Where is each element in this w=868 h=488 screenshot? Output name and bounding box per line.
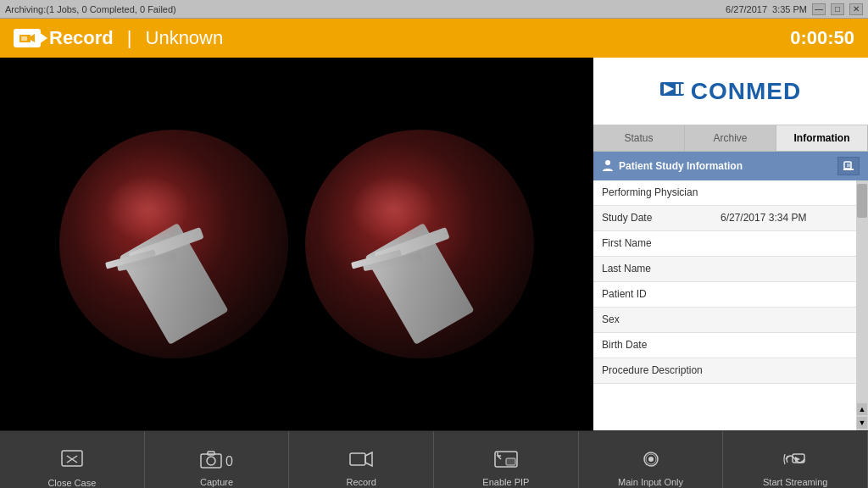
time-display: 3:35 PM <box>772 4 807 14</box>
archive-status: Archiving:(1 Jobs, 0 Completed, 0 Failed… <box>5 4 176 14</box>
streaming-icon <box>783 450 807 474</box>
svg-point-7 <box>605 160 610 165</box>
field-study-date: Study Date 6/27/2017 3:34 PM <box>593 206 856 231</box>
close-case-icon <box>60 449 84 474</box>
date-display: 6/27/2017 <box>726 4 767 14</box>
bottom-section: Close Case 0 Capture <box>0 430 868 488</box>
svg-rect-21 <box>506 458 515 465</box>
field-birth-date: Birth Date <box>593 333 856 358</box>
patient-study-header-left: Patient Study Information <box>602 159 743 173</box>
conmed-logo: CONMED <box>593 58 868 125</box>
case-name: Unknown <box>146 27 224 49</box>
tab-archive[interactable]: Archive <box>685 125 776 151</box>
conmed-logo-text: CONMED <box>691 78 801 105</box>
edit-icon <box>843 160 854 172</box>
field-sex: Sex <box>593 308 856 333</box>
main-input-icon <box>639 450 663 474</box>
tab-status[interactable]: Status <box>593 125 685 151</box>
tab-information[interactable]: Information <box>776 125 868 151</box>
record-btn-label: Record <box>346 477 376 487</box>
svg-marker-19 <box>365 452 372 466</box>
title-bar: Archiving:(1 Jobs, 0 Completed, 0 Failed… <box>0 0 868 19</box>
streaming-label: Start Streaming <box>763 477 827 487</box>
header-separator: | <box>127 27 132 49</box>
patient-study-header: Patient Study Information <box>593 152 868 180</box>
capture-button[interactable]: 0 Capture <box>145 431 290 488</box>
capture-count: 0 <box>225 454 233 469</box>
surgical-image-right <box>305 130 534 358</box>
title-bar-right: 6/27/2017 3:35 PM — □ ✕ <box>726 3 863 15</box>
svg-point-23 <box>648 457 654 462</box>
field-last-name: Last Name <box>593 257 856 282</box>
svg-rect-17 <box>208 452 214 455</box>
instrument-right-2 <box>362 252 422 271</box>
svg-rect-9 <box>844 162 851 169</box>
main-content: CONMED Status Archive Information Patien… <box>0 58 868 430</box>
camera-svg <box>19 33 35 43</box>
record-button[interactable]: Record <box>289 431 434 488</box>
timer-display: 0:00:50 <box>790 27 854 49</box>
svg-rect-6 <box>681 84 684 94</box>
video-left <box>59 130 288 358</box>
field-first-name: First Name <box>593 231 856 257</box>
field-performing-physician: Performing Physician <box>593 180 856 206</box>
main-input-button[interactable]: Main Input Only <box>579 431 724 488</box>
record-header: Record | Unknown 0:00:50 <box>0 19 868 58</box>
capture-label: Capture <box>200 477 233 487</box>
right-panel: CONMED Status Archive Information Patien… <box>593 58 868 430</box>
svg-rect-5 <box>676 84 679 94</box>
maximize-button[interactable]: □ <box>831 3 844 15</box>
field-patient-id: Patient ID <box>593 282 856 308</box>
info-scrollbar[interactable]: ▲ ▼ <box>856 180 868 430</box>
scroll-down-btn[interactable]: ▼ <box>857 417 867 429</box>
scrollbar-thumb <box>857 184 867 218</box>
svg-point-16 <box>207 457 215 465</box>
person-icon <box>602 159 614 173</box>
capture-icon <box>200 450 222 474</box>
patient-edit-button[interactable] <box>837 157 860 175</box>
surgical-image-left <box>59 130 288 358</box>
video-right <box>305 130 534 358</box>
info-fields: Performing Physician Study Date 6/27/201… <box>593 180 856 430</box>
svg-rect-18 <box>350 453 365 465</box>
toolbar: Close Case 0 Capture <box>0 430 868 488</box>
close-case-label: Close Case <box>47 478 96 488</box>
video-area <box>0 58 593 430</box>
record-label: Record <box>49 27 114 49</box>
close-case-button[interactable]: Close Case <box>0 431 145 488</box>
svg-rect-2 <box>21 36 27 41</box>
start-streaming-button[interactable]: Start Streaming <box>723 431 868 488</box>
record-header-left: Record | Unknown <box>14 27 223 49</box>
svg-marker-1 <box>31 34 35 42</box>
field-procedure-description: Procedure Description <box>593 358 856 384</box>
info-fields-container: Performing Physician Study Date 6/27/201… <box>593 180 868 430</box>
camera-icon <box>14 29 41 47</box>
record-icon <box>349 450 373 474</box>
pip-label-btn: Enable PIP <box>482 477 529 487</box>
instrument-left-2 <box>116 252 176 271</box>
close-button[interactable]: ✕ <box>849 3 863 15</box>
pip-icon <box>494 450 518 474</box>
conmed-logo-icon <box>660 79 687 104</box>
enable-pip-button[interactable]: Enable PIP <box>434 431 579 488</box>
scroll-up-btn[interactable]: ▲ <box>857 403 867 415</box>
video-circles <box>0 58 593 430</box>
patient-study-title: Patient Study Information <box>619 160 743 172</box>
minimize-button[interactable]: — <box>812 3 826 15</box>
panel-tabs: Status Archive Information <box>593 125 868 152</box>
svg-marker-26 <box>795 457 800 462</box>
svg-rect-12 <box>62 451 82 466</box>
main-input-label: Main Input Only <box>618 477 683 487</box>
